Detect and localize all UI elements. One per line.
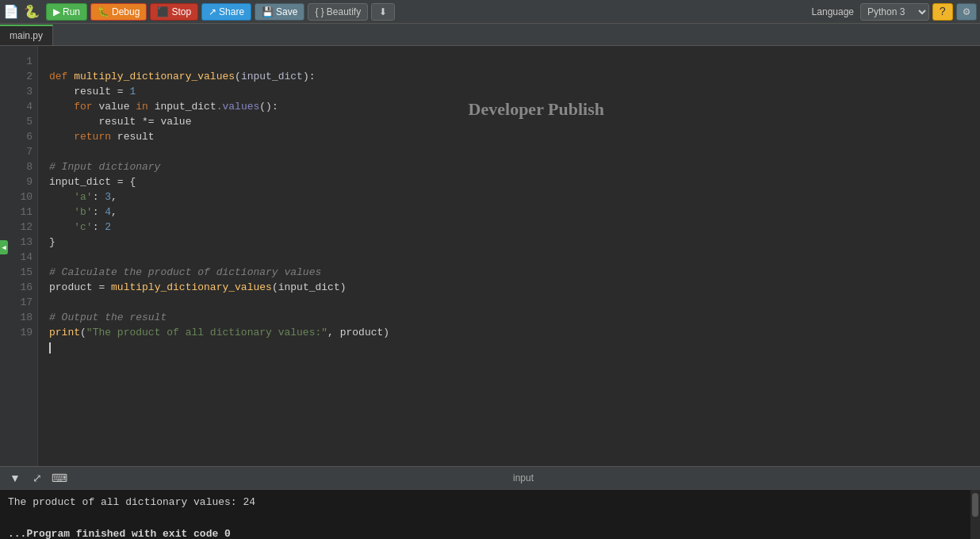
console-output-line1: The product of all dictionary values: 24 [8, 495, 972, 510]
beautify-icon: { } [315, 6, 323, 17]
run-label: Run [63, 6, 80, 17]
console-title: input [73, 472, 974, 484]
console-input-button[interactable]: ⌨ [51, 469, 68, 487]
editor-sidebar [0, 46, 6, 466]
share-label: Share [219, 6, 244, 17]
console-output[interactable]: The product of all dictionary values: 24… [0, 490, 980, 539]
run-button[interactable]: ▶ Run [46, 3, 87, 21]
download-button[interactable]: ⬇ [371, 3, 395, 21]
share-button[interactable]: ↗ Share [201, 3, 251, 21]
file-tabs: main.py [0, 24, 980, 46]
editor-area: ◀ 1 2 3 4 5 6 7 8 9 10 11 12 13 14 15 16… [0, 46, 980, 466]
file-tab-label: main.py [10, 30, 43, 41]
stop-icon: ⬛ [157, 6, 169, 17]
download-icon: ⬇ [379, 6, 387, 17]
stop-button[interactable]: ⬛ Stop [150, 3, 198, 21]
language-select[interactable]: Python 3 Python 2 JavaScript Java C++ [860, 3, 929, 21]
toolbar: 📄 🐍 ▶ Run 🐛 Debug ⬛ Stop ↗ Share 💾 Save … [0, 0, 980, 24]
share-icon: ↗ [209, 6, 216, 17]
save-icon: 💾 [262, 6, 274, 17]
console-output-line2 [8, 510, 972, 526]
settings-button[interactable]: ⚙ [956, 3, 977, 21]
console-output-line3: ...Program finished with exit code 0 [8, 526, 972, 539]
debug-icon: 🐛 [98, 6, 109, 17]
debug-label: Debug [112, 6, 140, 17]
save-label: Save [276, 6, 297, 17]
console-scrollbar-thumb[interactable] [972, 493, 978, 517]
stop-label: Stop [171, 6, 191, 17]
run-icon: ▶ [53, 6, 60, 17]
file-icon: 📄 [3, 4, 19, 20]
beautify-label: Beautify [327, 6, 361, 17]
console-expand-button[interactable]: ⤢ [29, 469, 46, 487]
save-button[interactable]: 💾 Save [255, 3, 304, 21]
help-button[interactable]: ? [932, 3, 953, 21]
line-numbers: 1 2 3 4 5 6 7 8 9 10 11 12 13 14 15 16 1… [6, 46, 38, 466]
console-collapse-button[interactable]: ▼ [6, 469, 24, 487]
collapse-button[interactable]: ◀ [0, 240, 8, 254]
file-tab-main[interactable]: main.py [0, 25, 53, 45]
console-scrollbar[interactable] [970, 490, 980, 539]
watermark: Developer Publish [469, 101, 604, 117]
language-label: Language [812, 6, 854, 17]
beautify-button[interactable]: { } Beautify [308, 3, 368, 21]
console-header: ▼ ⤢ ⌨ input [0, 466, 980, 490]
debug-button[interactable]: 🐛 Debug [90, 3, 147, 21]
folder-icon: 🐍 [24, 4, 40, 20]
code-editor[interactable]: def multiply_dictionary_values(input_dic… [38, 46, 980, 466]
